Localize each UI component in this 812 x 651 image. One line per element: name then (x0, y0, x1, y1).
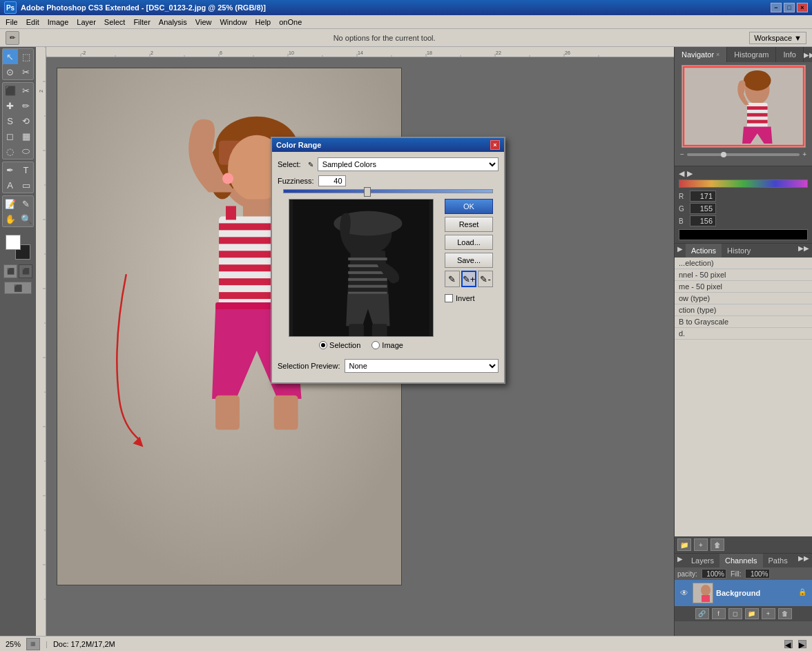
tool-brush[interactable]: ✏ (19, 98, 34, 113)
close-button[interactable]: × (797, 3, 808, 12)
tab-actions[interactable]: Actions (686, 244, 722, 258)
menu-layer[interactable]: Layer (72, 17, 100, 27)
add-style-btn[interactable]: f (712, 608, 726, 619)
tool-zoom[interactable]: 🔍 (19, 211, 34, 226)
tab-info[interactable]: Info (776, 47, 803, 62)
tool-shape[interactable]: ▭ (19, 177, 34, 193)
menu-select[interactable]: Select (100, 17, 130, 27)
save-button[interactable]: Save... (445, 253, 493, 268)
tool-dodge[interactable]: ⬭ (19, 144, 34, 159)
opacity-input[interactable] (702, 569, 726, 579)
menu-onone[interactable]: onOne (275, 17, 306, 27)
layers-expand-btn[interactable]: ▶ (675, 554, 686, 567)
image-radio[interactable]: Image (371, 341, 403, 349)
tool-crop[interactable]: ⬛ (3, 83, 18, 98)
menu-filter[interactable]: Filter (129, 17, 154, 27)
workspace-button[interactable]: Workspace ▼ (749, 32, 806, 44)
tab-channels-panel[interactable]: Channels (719, 554, 762, 567)
delete-action-btn[interactable]: 🗑 (710, 538, 724, 551)
new-layer-btn[interactable]: + (762, 608, 775, 619)
sample-dropper[interactable]: ✎ (445, 271, 460, 287)
new-group-btn[interactable]: 📁 (745, 608, 759, 619)
action-item[interactable]: me - 50 pixel (675, 281, 812, 293)
menu-window[interactable]: Window (215, 17, 251, 27)
fuzziness-slider-thumb[interactable] (364, 187, 371, 197)
actions-panel-menu[interactable]: ▶▶ (798, 244, 812, 258)
tab-navigator[interactable]: Navigator × (675, 47, 727, 62)
navigate-right-btn[interactable]: ▶ (798, 640, 806, 648)
ok-button[interactable]: OK (445, 199, 493, 214)
tool-eraser[interactable]: ◻ (3, 128, 18, 144)
menu-file[interactable]: File (1, 17, 22, 27)
tab-histogram[interactable]: Histogram (727, 47, 776, 62)
menu-view[interactable]: View (191, 17, 216, 27)
dialog-close-button[interactable]: × (490, 140, 500, 150)
load-button[interactable]: Load... (445, 235, 493, 250)
fill-input[interactable] (745, 569, 770, 579)
navigate-left-btn[interactable]: ◀ (784, 640, 793, 648)
scroll-right-icon[interactable]: ▶ (687, 169, 693, 178)
tool-eyedropper[interactable]: ✎ (19, 196, 34, 211)
create-folder-btn[interactable]: 📁 (677, 538, 691, 551)
image-radio-circle[interactable] (371, 341, 380, 349)
foreground-color[interactable] (6, 235, 21, 250)
menu-analysis[interactable]: Analysis (155, 17, 191, 27)
tool-gradient[interactable]: ▦ (19, 128, 34, 144)
minimize-button[interactable]: − (771, 3, 782, 12)
tool-hand[interactable]: ✋ (3, 211, 18, 226)
tool-select[interactable]: ⬚ (19, 49, 34, 64)
scroll-left-icon[interactable]: ◀ (679, 169, 684, 178)
tool-type[interactable]: T (19, 162, 34, 177)
tool-blur[interactable]: ◌ (3, 144, 18, 159)
layer-background[interactable]: 👁 Background 🔒 (675, 580, 812, 606)
add-mask-btn[interactable]: ◻ (728, 608, 742, 619)
delete-layer-btn[interactable]: 🗑 (778, 608, 792, 619)
layers-panel-menu[interactable]: ▶▶ (798, 554, 812, 567)
maximize-button[interactable]: □ (784, 3, 795, 12)
fuzziness-input[interactable] (318, 175, 346, 186)
selection-radio-circle[interactable] (319, 341, 327, 349)
quick-mask-mode[interactable]: ⬛ (19, 264, 32, 278)
tab-history[interactable]: History (722, 244, 756, 258)
tab-paths-panel[interactable]: Paths (763, 554, 793, 567)
tool-path[interactable]: A (3, 177, 18, 193)
tool-stamp[interactable]: S (3, 113, 18, 128)
tool-notes[interactable]: 📝 (3, 196, 18, 211)
create-action-btn[interactable]: + (694, 538, 708, 551)
action-item[interactable]: ow (type) (675, 293, 812, 304)
tool-slice[interactable]: ✂ (19, 83, 34, 98)
tool-heal[interactable]: ✚ (3, 98, 18, 113)
panel-expand-icon[interactable]: ▶▶ (804, 51, 812, 59)
layer-visibility-icon[interactable]: 👁 (679, 587, 690, 599)
selection-radio[interactable]: Selection (319, 341, 360, 349)
tool-history[interactable]: ⟲ (19, 113, 34, 128)
zoom-in-icon[interactable]: + (802, 150, 806, 158)
menu-edit[interactable]: Edit (22, 17, 44, 27)
standard-mode[interactable]: ⬛ (3, 264, 17, 278)
color-selector[interactable] (4, 235, 32, 260)
tool-pen[interactable]: ✒ (3, 162, 18, 177)
select-dropdown[interactable]: Sampled Colors (318, 157, 499, 171)
tool-magic[interactable]: ✂ (19, 64, 34, 79)
reset-button[interactable]: Reset (445, 217, 493, 232)
zoom-slider-track[interactable] (687, 153, 800, 156)
selection-preview-dropdown[interactable]: None (345, 359, 499, 373)
menu-help[interactable]: Help (251, 17, 276, 27)
tool-lasso[interactable]: ⊙ (3, 64, 18, 79)
action-item[interactable]: d. (675, 328, 812, 340)
action-item[interactable]: ction (type) (675, 304, 812, 316)
screen-mode[interactable]: ⬛ (4, 282, 32, 294)
action-item[interactable]: B to Grayscale (675, 316, 812, 328)
actions-expand-btn[interactable]: ▶ (675, 244, 686, 258)
menu-image[interactable]: Image (44, 17, 73, 27)
tool-move[interactable]: ↖ (3, 49, 18, 64)
tab-layers-panel[interactable]: Layers (686, 554, 719, 567)
navigator-tab-close[interactable]: × (716, 51, 719, 58)
add-dropper[interactable]: ✎+ (461, 271, 477, 287)
invert-checkbox[interactable] (445, 294, 453, 302)
link-layers-btn[interactable]: 🔗 (695, 608, 709, 619)
zoom-slider-thumb[interactable] (721, 152, 726, 157)
action-item[interactable]: ...election) (675, 258, 812, 269)
subtract-dropper[interactable]: ✎- (478, 271, 493, 287)
action-item[interactable]: nnel - 50 pixel (675, 269, 812, 281)
